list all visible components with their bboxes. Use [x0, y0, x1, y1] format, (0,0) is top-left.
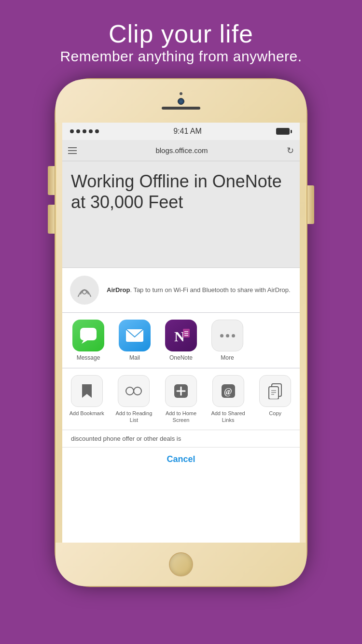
bottom-bezel: [56, 543, 306, 586]
web-bottom-peek: discounted phone offer or other deals is: [62, 430, 300, 447]
cancel-bar: Cancel: [62, 447, 300, 471]
status-bar: 9:41 AM: [62, 123, 300, 140]
mail-label: Mail: [129, 354, 140, 361]
onenote-label: OneNote: [169, 354, 193, 361]
svg-rect-5: [183, 329, 190, 337]
app-onenote[interactable]: N OneNote: [160, 320, 202, 361]
menu-icon[interactable]: [68, 147, 77, 154]
bookmark-icon: [71, 375, 103, 407]
volume-down-button[interactable]: [48, 205, 55, 234]
home-screen-icon: [165, 375, 197, 407]
app-more[interactable]: More: [206, 320, 249, 361]
reading-list-icon: [118, 375, 150, 407]
cancel-button[interactable]: Cancel: [167, 454, 195, 464]
airdrop-label: AirDrop: [107, 286, 130, 294]
action-home-screen[interactable]: Add to Home Screen: [160, 375, 202, 424]
copy-label: Copy: [269, 410, 281, 417]
phone-shell: 9:41 AM blogs.office.com ↻ Working Offli…: [56, 79, 306, 586]
front-camera: [178, 98, 184, 105]
share-sheet: AirDrop. Tap to turn on Wi-Fi and Blueto…: [62, 267, 300, 471]
url-bar[interactable]: blogs.office.com: [82, 146, 282, 154]
svg-marker-2: [82, 340, 87, 344]
power-button[interactable]: [307, 185, 314, 224]
bookmark-label: Add Bookmark: [70, 410, 104, 417]
main-title: Clip your life: [60, 19, 302, 48]
airdrop-desc-text: . Tap to turn on Wi-Fi and Bluetooth to …: [130, 286, 290, 294]
shared-links-label: Add to Shared Links: [208, 410, 249, 424]
top-bezel: [56, 79, 306, 123]
main-subtitle: Remember anything from anywhere.: [60, 48, 302, 65]
top-header: Clip your life Remember anything from an…: [60, 19, 302, 65]
bottom-web-text: discounted phone offer or other deals is: [71, 435, 181, 442]
home-screen-label: Add to Home Screen: [160, 410, 202, 424]
speaker-grille: [162, 107, 200, 110]
mail-app-icon: [119, 320, 151, 351]
browser-bar: blogs.office.com ↻: [62, 140, 300, 161]
home-button[interactable]: [169, 552, 193, 576]
airdrop-icon: [75, 280, 94, 300]
refresh-icon[interactable]: ↻: [287, 145, 294, 156]
shared-links-icon: @: [212, 375, 244, 407]
app-mail[interactable]: Mail: [113, 320, 156, 361]
volume-up-button[interactable]: [48, 166, 55, 195]
onenote-app-icon: N: [165, 320, 197, 351]
status-time: 9:41 AM: [173, 127, 202, 136]
phone-screen: 9:41 AM blogs.office.com ↻ Working Offli…: [62, 123, 300, 543]
signal-dots: [70, 129, 99, 133]
action-row: Add Bookmark Add to Reading List: [62, 368, 300, 430]
svg-point-10: [134, 387, 141, 395]
svg-rect-17: [269, 387, 278, 399]
message-app-icon: [72, 320, 104, 351]
article-title: Working Offline in OneNote at 30,000 Fee…: [71, 171, 291, 212]
airdrop-section[interactable]: AirDrop. Tap to turn on Wi-Fi and Blueto…: [62, 268, 300, 313]
more-label: More: [221, 354, 234, 361]
app-message[interactable]: Message: [67, 320, 110, 361]
action-shared-links[interactable]: @ Add to Shared Links: [208, 375, 249, 424]
battery-indicator: [276, 128, 292, 135]
airdrop-description: AirDrop. Tap to turn on Wi-Fi and Blueto…: [107, 286, 291, 294]
svg-rect-1: [80, 328, 97, 340]
action-add-bookmark[interactable]: Add Bookmark: [66, 375, 108, 417]
app-row: Message Mail N: [62, 313, 300, 368]
action-reading-list[interactable]: Add to Reading List: [113, 375, 154, 424]
copy-icon: [259, 375, 291, 407]
web-content-area: Working Offline in OneNote at 30,000 Fee…: [62, 161, 300, 267]
message-label: Message: [77, 354, 100, 361]
reading-list-label: Add to Reading List: [113, 410, 154, 424]
airdrop-icon-wrap: [70, 276, 99, 305]
svg-text:@: @: [224, 387, 232, 396]
more-app-icon: [211, 320, 243, 351]
action-copy[interactable]: Copy: [254, 375, 296, 417]
speaker-dot: [180, 92, 182, 95]
svg-point-9: [126, 387, 134, 395]
